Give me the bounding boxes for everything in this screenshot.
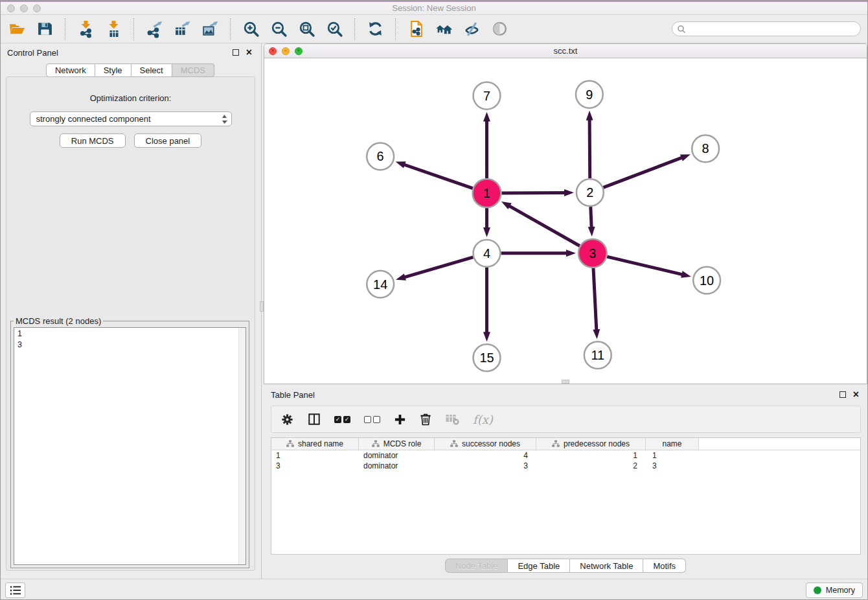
tab-motifs[interactable]: Motifs <box>643 559 686 573</box>
tab-network[interactable]: Network <box>46 63 95 77</box>
graph-edge-4-14[interactable] <box>404 257 473 277</box>
open-file-button[interactable] <box>7 19 27 39</box>
graph-node-label: 11 <box>591 348 604 362</box>
houses-icon <box>435 20 453 38</box>
graph-edge-3-11[interactable] <box>593 268 597 331</box>
save-session-button[interactable] <box>35 19 54 39</box>
first-neighbors-button[interactable] <box>434 19 453 39</box>
graph-edge-3-1[interactable] <box>508 205 580 246</box>
column-header-mcds-role[interactable]: MCDS role <box>359 438 435 450</box>
graph-edge-1-6[interactable] <box>404 165 473 189</box>
table-mode-button[interactable] <box>280 413 294 426</box>
export-network-button[interactable] <box>144 19 164 39</box>
delete-columns-button[interactable] <box>420 413 431 426</box>
graph-node-label: 9 <box>586 87 593 102</box>
main-area: Control Panel × Network Style Select MCD… <box>1 43 867 579</box>
search-input[interactable] <box>689 23 860 35</box>
unchecked-box-icon <box>364 416 371 423</box>
close-table-panel-icon[interactable]: × <box>853 391 859 398</box>
tab-mcds[interactable]: MCDS <box>172 63 214 77</box>
float-panel-icon[interactable] <box>233 49 239 56</box>
unselect-all-columns-button[interactable] <box>364 416 380 423</box>
trash-icon <box>420 413 431 426</box>
window-titlebar: Session: New Session <box>1 1 867 15</box>
select-all-columns-button[interactable]: ✓ ✓ <box>334 416 350 423</box>
function-builder-button[interactable]: f(x) <box>473 413 493 426</box>
column-header-name[interactable]: name <box>646 438 699 450</box>
birds-eye-view-button[interactable] <box>490 19 509 39</box>
unchecked-box-icon <box>373 416 380 423</box>
graph-edge-3-10[interactable] <box>607 257 683 275</box>
import-network-button[interactable] <box>76 19 95 39</box>
node-table: shared name MCDS role successor nodes <box>271 437 861 555</box>
column-header-shared-name[interactable]: shared name <box>271 438 359 450</box>
zoom-fit-button[interactable] <box>297 19 316 39</box>
task-history-button[interactable] <box>5 583 25 598</box>
optimization-criterion-select[interactable]: strongly connected component <box>30 111 232 126</box>
zoom-in-button[interactable] <box>241 19 260 39</box>
graph-edge-arrowhead <box>586 111 593 121</box>
graph-edge-arrowhead <box>564 189 574 196</box>
main-toolbar <box>1 15 867 43</box>
result-scrollbar[interactable] <box>238 328 246 564</box>
float-table-panel-icon[interactable] <box>839 391 846 398</box>
graph-edge-2-3[interactable] <box>591 207 591 228</box>
network-graph[interactable]: 7968124314101511 <box>264 59 867 384</box>
tab-node-table[interactable]: Node Table <box>445 559 508 573</box>
graph-edge-2-8[interactable] <box>603 157 682 188</box>
graph-node-label: 1 <box>483 186 490 200</box>
graph-edge-arrowhead <box>483 227 490 237</box>
graph-edge-arrowhead <box>680 154 691 161</box>
eye-slash-icon <box>463 20 481 38</box>
column-header-predecessor-nodes[interactable]: predecessor nodes <box>536 438 646 450</box>
export-image-button[interactable] <box>200 19 220 39</box>
tab-network-table[interactable]: Network Table <box>570 559 643 573</box>
tab-select[interactable]: Select <box>131 63 172 77</box>
memory-button[interactable]: Memory <box>806 583 863 598</box>
network-document-icon <box>407 20 425 38</box>
graph-edge-arrowhead <box>588 227 595 237</box>
gear-icon <box>280 413 294 426</box>
graph-edge-arrowhead <box>396 161 406 168</box>
table-row[interactable]: 3 dominator 3 2 3 <box>271 461 860 471</box>
table-toolbar: ✓ ✓ f(x) <box>271 406 861 433</box>
mcds-result-text[interactable]: 1 3 <box>14 327 246 565</box>
apply-layout-button[interactable] <box>365 19 385 39</box>
graph-edge-arrowhead <box>566 249 576 257</box>
graph-edge-1-2[interactable] <box>501 192 565 193</box>
shared-column-icon <box>450 440 458 448</box>
network-from-selection-button[interactable] <box>406 19 426 39</box>
zoom-selected-button[interactable] <box>325 19 344 39</box>
graph-edge-2-9[interactable] <box>589 119 590 179</box>
checked-box-icon: ✓ <box>334 416 341 423</box>
canvas-resize-handle[interactable] <box>562 380 569 384</box>
graph-edge-arrowhead <box>483 112 490 122</box>
column-header-successor-nodes[interactable]: successor nodes <box>435 438 536 450</box>
close-panel-button[interactable]: Close panel <box>134 133 202 148</box>
import-table-button[interactable] <box>104 19 123 39</box>
zoom-out-button[interactable] <box>269 19 288 39</box>
export-image-icon <box>201 20 219 38</box>
run-mcds-button[interactable]: Run MCDS <box>60 133 126 148</box>
export-table-button[interactable] <box>172 19 192 39</box>
tab-style[interactable]: Style <box>95 63 131 77</box>
tab-edge-table[interactable]: Edge Table <box>508 559 570 573</box>
table-row[interactable]: 1 dominator 4 1 1 <box>271 450 860 461</box>
optimization-criterion-label: Optimization criterion: <box>6 93 255 103</box>
create-column-button[interactable] <box>394 413 406 426</box>
split-columns-icon <box>308 413 321 426</box>
close-panel-icon[interactable]: × <box>246 49 252 56</box>
show-column-button[interactable] <box>308 413 321 426</box>
graphics-details-button[interactable] <box>462 19 481 39</box>
result-line: 3 <box>17 340 246 351</box>
checked-box-icon: ✓ <box>343 416 350 423</box>
graph-edge-arrowhead <box>681 271 691 278</box>
import-network-icon <box>77 20 95 38</box>
network-canvas[interactable]: 7968124314101511 <box>264 59 867 384</box>
zoom-fit-icon <box>298 20 315 38</box>
memory-label: Memory <box>826 586 855 595</box>
toolbar-separator <box>65 18 65 40</box>
zoom-selected-icon <box>326 20 343 38</box>
control-panel-tabs: Network Style Select MCDS <box>1 63 260 77</box>
delete-table-button[interactable] <box>445 413 459 426</box>
